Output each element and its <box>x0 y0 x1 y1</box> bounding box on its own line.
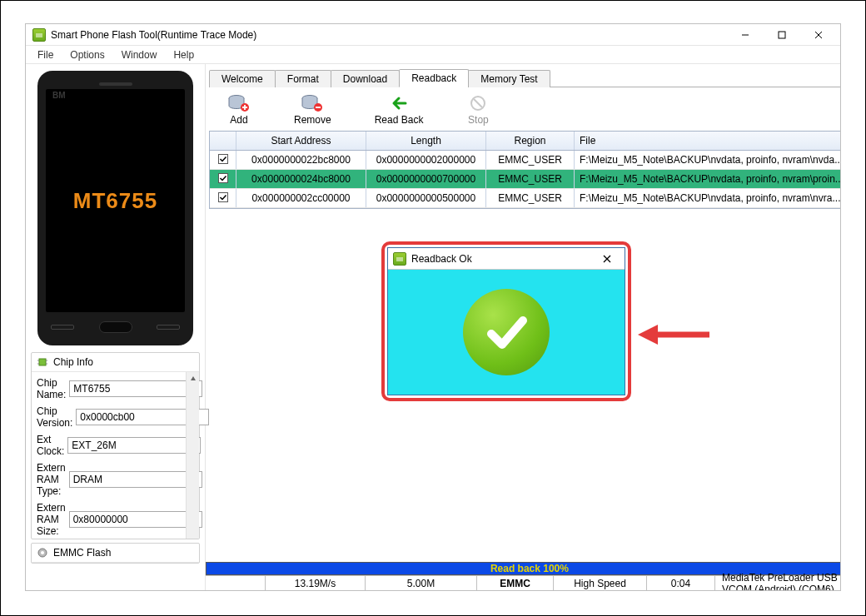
ext-clock-field[interactable] <box>67 437 201 454</box>
chip-name-label: Chip Name: <box>37 377 66 400</box>
row-checkbox[interactable] <box>210 151 236 169</box>
cell-start: 0x0000000022bc8000 <box>236 151 366 169</box>
gear-icon <box>37 547 48 559</box>
callout-arrow-icon <box>636 318 711 351</box>
stop-button[interactable]: Stop <box>466 94 490 126</box>
phone-bm-label: BM <box>52 91 66 100</box>
chip-info-title: Chip Info <box>53 356 93 368</box>
window-title: Smart Phone Flash Tool(Runtime Trace Mod… <box>51 29 727 41</box>
left-panel: BM MT6755 Chip Info Chip Name: C <box>26 64 206 590</box>
dialog-titlebar: Readback Ok <box>388 248 625 270</box>
status-spacer <box>206 576 266 590</box>
chip-name-field[interactable] <box>69 380 202 397</box>
status-speed: 13.19M/s <box>266 576 366 590</box>
titlebar: Smart Phone Flash Tool(Runtime Trace Mod… <box>26 24 840 46</box>
add-button[interactable]: Add <box>227 94 251 126</box>
tab-download[interactable]: Download <box>331 70 400 87</box>
cell-start: 0x000000002cc00000 <box>236 189 366 207</box>
menubar: File Options Window Help <box>26 46 840 64</box>
table-row[interactable]: 0x0000000022bc80000x0000000002000000EMMC… <box>210 151 840 170</box>
chip-info-body: Chip Name: Chip Version: Ext Clock: Exte… <box>32 372 199 539</box>
svg-rect-5 <box>39 359 46 365</box>
app-icon <box>32 28 46 42</box>
table-row[interactable]: 0x0000000024bc80000x0000000000700000EMMC… <box>210 170 840 189</box>
emmc-flash-header: EMMC Flash <box>32 544 199 563</box>
table-header: Start Address Length Region File <box>210 132 840 151</box>
ext-clock-label: Ext Clock: <box>37 434 64 457</box>
read-back-button[interactable]: Read Back <box>375 94 424 126</box>
svg-rect-2 <box>779 32 785 38</box>
cell-region: EMMC_USER <box>486 170 575 188</box>
row-checkbox[interactable] <box>210 170 236 188</box>
phone-speaker <box>99 82 132 86</box>
status-port: MediaTek PreLoader USB VCOM (Android) (C… <box>715 576 840 590</box>
svg-rect-19 <box>396 257 403 261</box>
progress-text: Read back 100% <box>490 563 569 574</box>
svg-point-12 <box>41 551 44 554</box>
chip-info-header: Chip Info <box>32 353 199 372</box>
tab-memory-test[interactable]: Memory Test <box>468 70 550 87</box>
remove-button[interactable]: Remove <box>294 94 331 126</box>
tabs: Welcome Format Download Readback Memory … <box>209 69 840 87</box>
svg-marker-10 <box>191 376 196 380</box>
database-add-icon <box>227 94 251 112</box>
emmc-flash-title: EMMC Flash <box>53 547 111 559</box>
phone-preview: BM MT6755 <box>37 71 193 345</box>
row-checkbox[interactable] <box>210 189 236 207</box>
table-row[interactable]: 0x000000002cc000000x0000000000500000EMMC… <box>210 189 840 208</box>
table-body: 0x0000000022bc80000x0000000002000000EMMC… <box>210 151 840 208</box>
close-button[interactable] <box>800 24 837 46</box>
dialog-body <box>388 270 625 395</box>
chip-version-label: Chip Version: <box>37 405 72 429</box>
svg-line-18 <box>474 99 482 107</box>
tab-readback[interactable]: Readback <box>399 69 469 87</box>
ram-size-label: Extern RAM Size: <box>37 502 66 537</box>
scroll-up-icon[interactable] <box>187 372 199 385</box>
cell-file: F:\Meizu_M5_Note\BACKUP\nvdata, proinfo,… <box>575 151 840 169</box>
phone-buttons <box>46 317 185 337</box>
menu-window[interactable]: Window <box>115 47 164 62</box>
tab-welcome[interactable]: Welcome <box>209 70 276 87</box>
cell-length: 0x0000000000500000 <box>366 189 486 207</box>
menu-file[interactable]: File <box>31 47 60 62</box>
toolbar: Add Remove Read Back Stop <box>209 87 840 131</box>
svg-marker-23 <box>638 325 658 345</box>
status-size: 5.00M <box>366 576 477 590</box>
ram-size-field[interactable] <box>69 511 202 528</box>
header-length[interactable]: Length <box>366 132 486 150</box>
cell-length: 0x0000000002000000 <box>366 151 486 169</box>
menu-help[interactable]: Help <box>167 47 201 62</box>
cell-region: EMMC_USER <box>486 151 575 169</box>
tab-format[interactable]: Format <box>275 70 331 87</box>
phone-screen: MT6755 <box>46 89 185 312</box>
status-storage: EMMC <box>477 576 554 590</box>
readback-table: Start Address Length Region File 0x00000… <box>209 131 840 209</box>
minimize-button[interactable] <box>727 24 764 46</box>
cell-file: F:\Meizu_M5_Note\BACKUP\nvdata, proinfo,… <box>575 170 840 188</box>
database-remove-icon <box>301 94 324 112</box>
menu-options[interactable]: Options <box>63 47 111 62</box>
cell-file: F:\Meizu_M5_Note\BACKUP\nvdata, proinfo,… <box>575 189 840 207</box>
chip-info-scrollbar[interactable] <box>186 372 199 539</box>
dialog-title-text: Readback Ok <box>411 253 595 265</box>
cell-start: 0x0000000024bc8000 <box>236 170 366 188</box>
read-back-label: Read Back <box>375 114 424 126</box>
header-checkbox <box>210 132 236 150</box>
chip-icon <box>37 356 48 368</box>
bottom-zone: Read back 100% 13.19M/s 5.00M EMMC High … <box>206 562 840 590</box>
add-label: Add <box>230 114 247 126</box>
dialog-callout: Readback Ok <box>381 241 631 401</box>
maximize-button[interactable] <box>764 24 800 46</box>
svg-rect-0 <box>36 33 42 37</box>
ram-type-label: Extern RAM Type: <box>37 462 66 497</box>
read-back-icon <box>387 94 411 112</box>
header-file[interactable]: File <box>575 132 840 150</box>
cell-length: 0x0000000000700000 <box>366 170 486 188</box>
header-start[interactable]: Start Address <box>236 132 366 150</box>
chip-info-group: Chip Info Chip Name: Chip Version: Ext C… <box>31 352 200 539</box>
ram-type-field[interactable] <box>69 471 202 488</box>
remove-label: Remove <box>294 114 331 126</box>
dialog-close-button[interactable] <box>595 250 620 268</box>
header-region[interactable]: Region <box>486 132 575 150</box>
status-mode: High Speed <box>554 576 647 590</box>
